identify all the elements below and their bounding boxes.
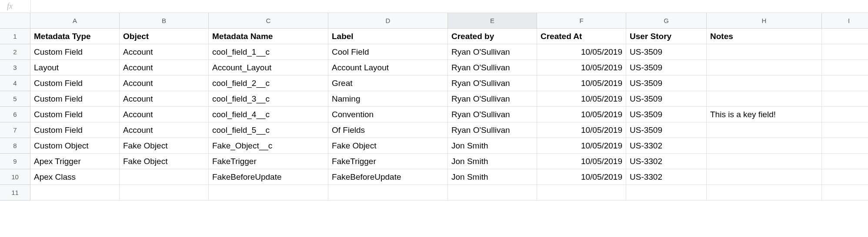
table-cell[interactable]: Account_Layout (209, 60, 328, 76)
table-cell[interactable] (822, 185, 868, 201)
table-cell[interactable] (822, 122, 868, 138)
table-cell[interactable] (707, 154, 822, 169)
table-cell[interactable] (822, 44, 868, 60)
table-cell[interactable] (707, 122, 822, 138)
table-cell[interactable]: Layout (30, 60, 120, 76)
table-cell[interactable] (120, 169, 209, 185)
row-header[interactable]: 3 (0, 60, 30, 76)
table-header-cell[interactable]: Object (120, 29, 209, 44)
table-cell[interactable]: Account (120, 91, 209, 107)
table-cell[interactable] (328, 185, 448, 201)
table-cell[interactable]: 10/05/2019 (537, 154, 626, 169)
row-header[interactable]: 5 (0, 91, 30, 107)
table-cell[interactable]: Jon Smith (448, 154, 537, 169)
table-cell[interactable]: FakeTrigger (209, 154, 328, 169)
table-cell[interactable] (120, 185, 209, 201)
table-cell[interactable]: Jon Smith (448, 138, 537, 154)
table-cell[interactable]: US-3509 (626, 122, 707, 138)
table-cell[interactable] (209, 185, 328, 201)
column-header-B[interactable]: B (120, 13, 209, 29)
table-cell[interactable]: Account (120, 44, 209, 60)
table-cell[interactable]: FakeBeforeUpdate (328, 169, 448, 185)
table-cell[interactable]: 10/05/2019 (537, 60, 626, 76)
row-header[interactable]: 2 (0, 44, 30, 60)
column-header-H[interactable]: H (707, 13, 822, 29)
table-cell[interactable]: Fake Object (328, 138, 448, 154)
table-cell[interactable]: US-3509 (626, 60, 707, 76)
table-cell[interactable]: Custom Field (30, 122, 120, 138)
table-cell[interactable]: Account (120, 76, 209, 91)
row-header[interactable]: 9 (0, 154, 30, 169)
table-header-cell[interactable]: User Story (626, 29, 707, 44)
table-cell[interactable]: Account (120, 107, 209, 122)
table-cell[interactable]: Cool Field (328, 44, 448, 60)
table-cell[interactable]: FakeTrigger (328, 154, 448, 169)
table-cell[interactable]: Apex Class (30, 169, 120, 185)
table-header-cell[interactable]: Label (328, 29, 448, 44)
table-header-cell[interactable] (822, 29, 868, 44)
table-cell[interactable] (537, 185, 626, 201)
table-cell[interactable]: Ryan O'Sullivan (448, 107, 537, 122)
row-header[interactable]: 11 (0, 185, 30, 201)
table-cell[interactable]: 10/05/2019 (537, 122, 626, 138)
table-cell[interactable] (626, 185, 707, 201)
table-cell[interactable]: cool_field_4__c (209, 107, 328, 122)
column-header-D[interactable]: D (328, 13, 448, 29)
column-header-F[interactable]: F (537, 13, 626, 29)
table-cell[interactable] (707, 76, 822, 91)
table-cell[interactable] (448, 185, 537, 201)
row-header[interactable]: 4 (0, 76, 30, 91)
table-cell[interactable]: 10/05/2019 (537, 44, 626, 60)
table-cell[interactable]: 10/05/2019 (537, 138, 626, 154)
column-header-E[interactable]: E (448, 13, 537, 29)
table-cell[interactable] (822, 154, 868, 169)
table-header-cell[interactable]: Created by (448, 29, 537, 44)
table-cell[interactable]: 10/05/2019 (537, 91, 626, 107)
table-cell[interactable] (822, 169, 868, 185)
table-cell[interactable]: 10/05/2019 (537, 107, 626, 122)
table-cell[interactable]: US-3302 (626, 138, 707, 154)
table-cell[interactable] (707, 60, 822, 76)
table-header-cell[interactable]: Metadata Name (209, 29, 328, 44)
table-cell[interactable] (822, 76, 868, 91)
table-cell[interactable]: cool_field_3__c (209, 91, 328, 107)
table-cell[interactable] (822, 107, 868, 122)
table-cell[interactable]: Ryan O'Sullivan (448, 60, 537, 76)
table-cell[interactable] (822, 138, 868, 154)
table-cell[interactable]: Jon Smith (448, 169, 537, 185)
table-cell[interactable]: Ryan O'Sullivan (448, 44, 537, 60)
table-cell[interactable]: Fake_Object__c (209, 138, 328, 154)
table-cell[interactable] (707, 169, 822, 185)
row-header[interactable]: 1 (0, 29, 30, 44)
table-cell[interactable]: US-3509 (626, 44, 707, 60)
table-cell[interactable]: Custom Field (30, 107, 120, 122)
table-cell[interactable] (707, 138, 822, 154)
table-cell[interactable]: cool_field_2__c (209, 76, 328, 91)
table-cell[interactable]: Account (120, 60, 209, 76)
table-cell[interactable]: 10/05/2019 (537, 169, 626, 185)
table-cell[interactable]: Apex Trigger (30, 154, 120, 169)
row-header[interactable]: 10 (0, 169, 30, 185)
table-cell[interactable] (822, 91, 868, 107)
table-cell[interactable]: Account Layout (328, 60, 448, 76)
table-cell[interactable]: Account (120, 122, 209, 138)
table-cell[interactable]: Ryan O'Sullivan (448, 122, 537, 138)
table-cell[interactable]: Custom Field (30, 44, 120, 60)
table-header-cell[interactable]: Metadata Type (30, 29, 120, 44)
formula-input[interactable] (30, 0, 868, 13)
table-cell[interactable] (30, 185, 120, 201)
column-header-I[interactable]: I (822, 13, 868, 29)
table-header-cell[interactable]: Notes (707, 29, 822, 44)
table-cell[interactable] (822, 60, 868, 76)
table-cell[interactable]: US-3509 (626, 107, 707, 122)
table-cell[interactable]: Convention (328, 107, 448, 122)
table-cell[interactable]: Great (328, 76, 448, 91)
table-cell[interactable]: cool_field_5__c (209, 122, 328, 138)
column-header-A[interactable]: A (30, 13, 120, 29)
table-cell[interactable]: US-3509 (626, 76, 707, 91)
table-cell[interactable]: Ryan O'Sullivan (448, 91, 537, 107)
table-cell[interactable] (707, 185, 822, 201)
row-header[interactable]: 6 (0, 107, 30, 122)
table-cell[interactable] (707, 44, 822, 60)
column-header-G[interactable]: G (626, 13, 707, 29)
